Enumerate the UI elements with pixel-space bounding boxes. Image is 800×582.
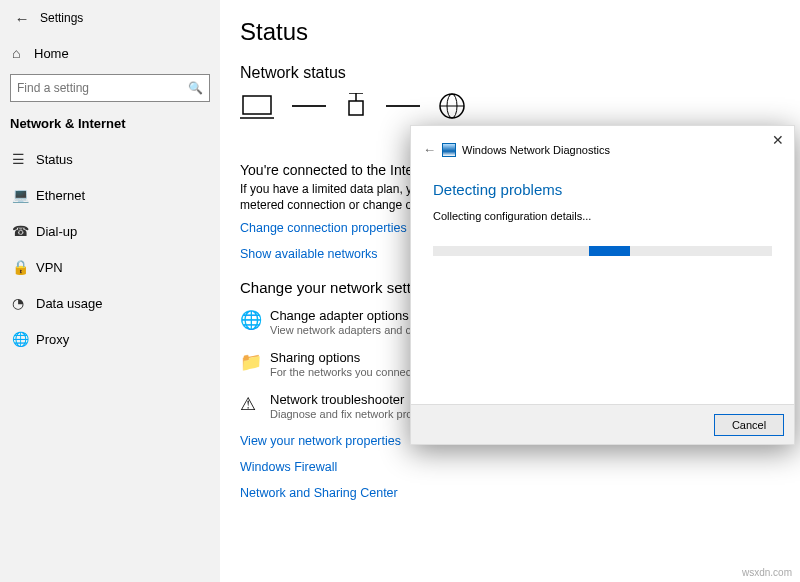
home-label: Home [34,46,69,61]
dialog-status-text: Collecting configuration details... [411,206,794,240]
network-status-heading: Network status [240,64,800,82]
watermark: wsxdn.com [742,567,792,578]
sidebar-item-label: Proxy [36,332,69,347]
sidebar-item-label: Dial-up [36,224,77,239]
network-diagram [240,92,800,120]
vpn-icon: 🔒 [12,259,36,275]
troubleshoot-icon: ⚠ [240,392,270,415]
svg-rect-0 [243,96,271,114]
diagram-line [292,105,326,107]
pc-icon [240,93,274,119]
page-title: Status [240,18,800,46]
sidebar-item-label: VPN [36,260,63,275]
dialog-footer: Cancel [411,404,794,444]
progress-bar [433,246,772,256]
dialog-back-icon[interactable]: ← [423,142,436,157]
adapter-icon: 🌐 [240,308,270,331]
search-icon: 🔍 [188,81,203,95]
link-windows-firewall[interactable]: Windows Firewall [240,460,800,474]
ethernet-icon: 💻 [12,187,36,203]
cancel-button[interactable]: Cancel [714,414,784,436]
globe-icon [438,92,466,120]
router-icon [344,93,368,119]
home-icon: ⌂ [12,45,34,61]
diagnostics-app-icon [442,143,456,157]
sidebar-item-proxy[interactable]: 🌐 Proxy [0,321,220,357]
dialog-heading: Detecting problems [411,163,794,206]
sidebar-item-ethernet[interactable]: 💻 Ethernet [0,177,220,213]
sidebar-item-label: Ethernet [36,188,85,203]
sharing-icon: 📁 [240,350,270,373]
sidebar-item-vpn[interactable]: 🔒 VPN [0,249,220,285]
close-icon[interactable]: ✕ [772,132,784,148]
search-input[interactable]: 🔍 [10,74,210,102]
dialup-icon: ☎ [12,223,36,239]
sidebar-item-status[interactable]: ☰ Status [0,141,220,177]
progress-chunk [589,246,630,256]
diagram-line [386,105,420,107]
proxy-icon: 🌐 [12,331,36,347]
link-network-sharing-center[interactable]: Network and Sharing Center [240,486,800,500]
status-icon: ☰ [12,151,36,167]
search-field[interactable] [17,81,188,95]
diagnostics-dialog: ✕ ← Windows Network Diagnostics Detectin… [410,125,795,445]
sidebar-item-dialup[interactable]: ☎ Dial-up [0,213,220,249]
app-title: Settings [40,11,83,25]
data-usage-icon: ◔ [12,295,36,311]
settings-sidebar: ← Settings ⌂ Home 🔍 Network & Internet ☰… [0,0,220,582]
sidebar-item-label: Data usage [36,296,103,311]
home-button[interactable]: ⌂ Home [0,36,220,70]
sidebar-section-header: Network & Internet [0,114,220,141]
svg-rect-2 [349,101,363,115]
sidebar-item-label: Status [36,152,73,167]
dialog-title: Windows Network Diagnostics [462,144,610,156]
back-button[interactable]: ← [10,10,34,27]
sidebar-item-data-usage[interactable]: ◔ Data usage [0,285,220,321]
